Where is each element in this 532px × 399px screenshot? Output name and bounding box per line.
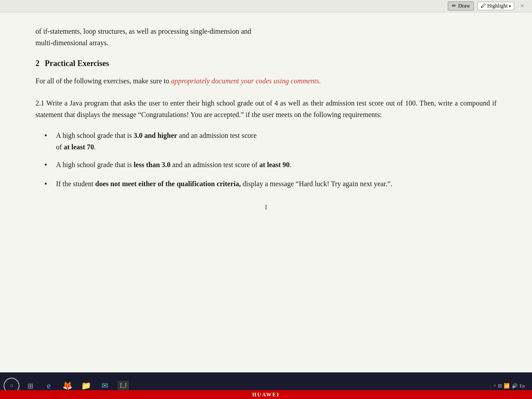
bullet-2-text: A high school grade that is less than 3.… bbox=[56, 159, 497, 172]
tray-notification[interactable]: ⊟ bbox=[498, 383, 502, 389]
bullet-1-post-bold: at least 70 bbox=[64, 143, 94, 151]
mail-icon: ✉ bbox=[102, 381, 108, 391]
bullet-2-mid: and an admission test score of bbox=[171, 161, 259, 168]
sys-tray: ^ ⊟ 📶 🔊 En bbox=[494, 383, 525, 389]
tray-language: En bbox=[520, 383, 525, 388]
bullet-1-pre: A high school grade that is bbox=[56, 132, 133, 139]
bullet-1-bold: 3.0 and higher bbox=[133, 132, 177, 139]
doc-content: of if-statements, loop structures, as we… bbox=[0, 12, 532, 372]
tray-network[interactable]: 📶 bbox=[504, 383, 510, 389]
highlight-label: Highlight bbox=[487, 3, 508, 9]
document-area: ✏ Draw 🖊 Highlight ▾ × of if-statements,… bbox=[0, 0, 532, 372]
section-2-heading: 2 Practical Exercises bbox=[35, 59, 497, 68]
bullet-item-2: A high school grade that is less than 3.… bbox=[44, 159, 497, 172]
chevron-down-icon: ▾ bbox=[509, 4, 511, 8]
bullet-2-bold: less than 3.0 bbox=[133, 161, 170, 168]
bullet-3-text: If the student does not meet either of t… bbox=[56, 178, 497, 191]
files-icon: 🦊 bbox=[63, 381, 72, 391]
section-intro-plain: For all of the following exercises, make… bbox=[35, 77, 171, 85]
bullet-3-pre: If the student bbox=[56, 180, 95, 188]
bullet-3-mid: display a message “Hard luck! Try again … bbox=[241, 180, 392, 188]
page-number: 1 bbox=[35, 203, 497, 211]
taskbar-right: ^ ⊟ 📶 🔊 En bbox=[494, 383, 528, 389]
app-icon: LJ bbox=[117, 381, 129, 391]
draw-label: Draw bbox=[458, 3, 470, 9]
bullet-1-suffix: of bbox=[56, 143, 63, 151]
bullet-item-1: A high school grade that is 3.0 and high… bbox=[44, 130, 497, 153]
bullet-1-mid: and an admission test score bbox=[177, 132, 257, 139]
highlight-button[interactable]: 🖊 Highlight ▾ bbox=[477, 2, 514, 10]
intro-line1: of if-statements, loop structures, as we… bbox=[35, 27, 251, 35]
draw-icon: ✏ bbox=[452, 3, 456, 9]
section-intro: For all of the following exercises, make… bbox=[35, 75, 497, 87]
huawei-brand: HUAWEI bbox=[252, 391, 280, 398]
intro-line2: multi-dimensional arrays. bbox=[35, 39, 108, 47]
toolbar: ✏ Draw 🖊 Highlight ▾ × bbox=[0, 0, 532, 12]
folder-icon: 📁 bbox=[81, 381, 91, 391]
bullet-1-text: A high school grade that is 3.0 and high… bbox=[56, 130, 497, 153]
section-intro-italic: appropriately document your codes using … bbox=[171, 77, 321, 85]
bullet-item-3: If the student does not meet either of t… bbox=[44, 178, 497, 191]
section-number: 2 bbox=[35, 59, 39, 68]
highlight-icon: 🖊 bbox=[481, 3, 486, 9]
tray-volume[interactable]: 🔊 bbox=[512, 383, 518, 389]
desktop-icon: ⊞ bbox=[27, 382, 33, 390]
section-title: Practical Exercises bbox=[45, 59, 109, 68]
edge-icon: e bbox=[47, 381, 51, 391]
bullet-3-bold: does not meet either of the qualificatio… bbox=[95, 180, 241, 188]
bullet-2-suffix: . bbox=[289, 161, 291, 168]
bullet-1-dot: . bbox=[94, 143, 96, 151]
bullet-list: A high school grade that is 3.0 and high… bbox=[35, 130, 497, 191]
bullet-2-pre: A high school grade that is bbox=[56, 161, 133, 168]
huawei-bar: HUAWEI bbox=[0, 390, 532, 399]
tray-caret[interactable]: ^ bbox=[494, 383, 496, 388]
close-button[interactable]: × bbox=[518, 2, 527, 11]
start-icon: ○ bbox=[10, 382, 13, 389]
draw-button[interactable]: ✏ Draw bbox=[448, 1, 474, 11]
intro-text: of if-statements, loop structures, as we… bbox=[35, 26, 497, 48]
exercise-2-1-text: 2.1 Write a Java program that asks the u… bbox=[35, 98, 497, 121]
bullet-2-post-bold: at least 90 bbox=[259, 161, 289, 168]
